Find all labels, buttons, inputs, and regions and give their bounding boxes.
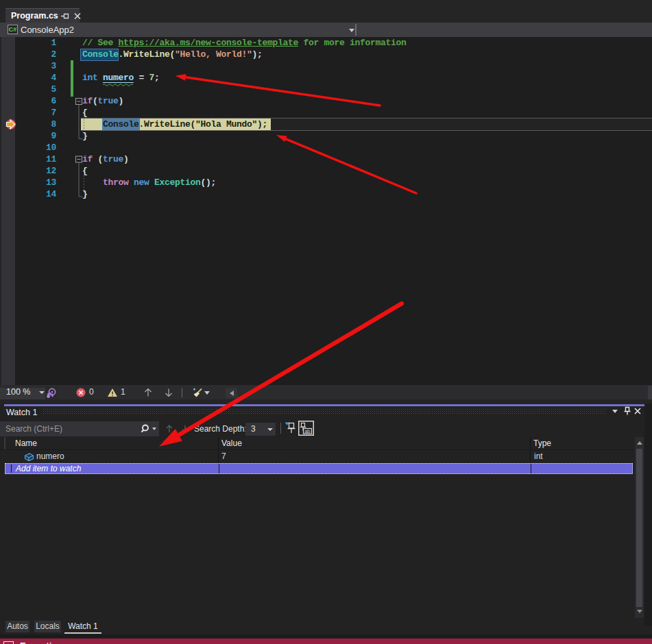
svg-text:ab: ab: [304, 428, 310, 434]
